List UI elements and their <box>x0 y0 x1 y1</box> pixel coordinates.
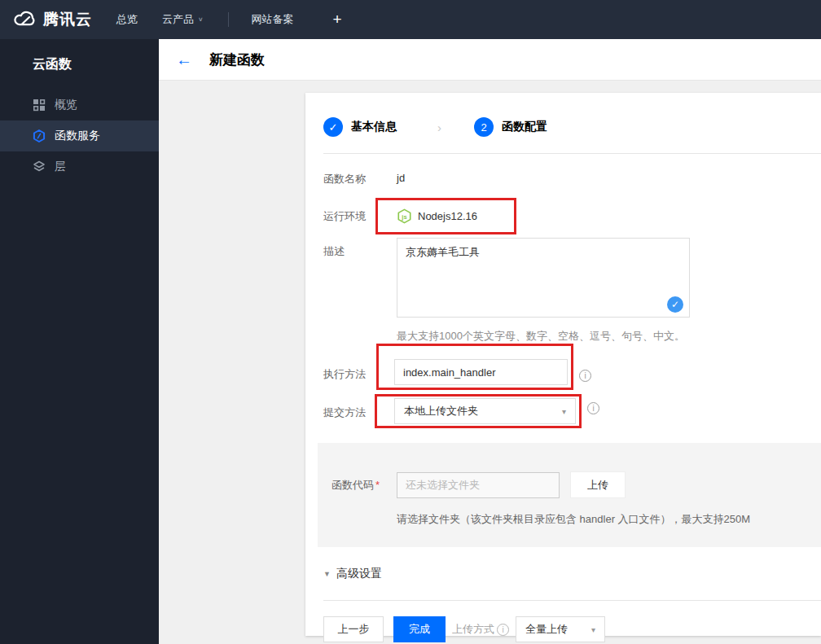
upload-button[interactable]: 上传 <box>570 471 626 498</box>
chevron-down-icon: ∨ <box>198 16 204 23</box>
nav-item-label: 云产品 <box>162 12 194 27</box>
folder-path-input[interactable] <box>397 472 560 498</box>
function-code-label: 函数代码* <box>331 478 397 493</box>
description-row: 描述 京东薅羊毛工具 ✓ <box>323 238 805 321</box>
handler-highlight-box <box>376 344 573 390</box>
svg-text:js: js <box>401 213 406 221</box>
add-tab-icon[interactable]: + <box>333 11 342 28</box>
description-label: 描述 <box>323 238 397 321</box>
nav-item-products[interactable]: 云产品 ∨ <box>162 12 204 27</box>
sidebar-item-label: 层 <box>55 160 66 174</box>
info-icon[interactable]: i <box>587 402 599 414</box>
function-code-row: 函数代码* 上传 <box>331 471 821 498</box>
description-hint: 最大支持1000个英文字母、数字、空格、逗号、句号、中文。 <box>397 329 805 344</box>
function-name-value: jd <box>397 172 405 186</box>
step1-label: 基本信息 <box>351 120 397 134</box>
upload-mode-select[interactable]: 全量上传 ▾ <box>516 616 605 642</box>
step-separator-icon: › <box>437 120 441 134</box>
cloud-logo-icon <box>11 11 36 28</box>
sidebar: 云函数 概览 函数服务 层 <box>0 39 159 644</box>
finish-button[interactable]: 完成 <box>393 616 446 642</box>
runtime-highlight-box: js Nodejs12.16 <box>375 198 516 234</box>
submit-method-value: 本地上传文件夹 <box>404 404 478 418</box>
function-code-label-text: 函数代码 <box>331 479 374 491</box>
layers-icon <box>33 160 46 173</box>
main-area: ← 新建函数 ✓ 基本信息 › 2 函数配置 函数名称 jd 运行 <box>159 39 821 644</box>
sidebar-item-label: 概览 <box>55 98 77 112</box>
previous-step-button[interactable]: 上一步 <box>323 616 384 642</box>
info-icon[interactable]: i <box>579 370 591 382</box>
steps-divider <box>323 153 821 154</box>
step2-label: 函数配置 <box>502 120 547 134</box>
nav-divider <box>228 12 229 27</box>
handler-row: 执行方法 i <box>323 344 805 390</box>
back-arrow-icon[interactable]: ← <box>176 51 192 68</box>
check-icon: ✓ <box>329 121 338 134</box>
footer-actions: 上一步 完成 上传方式 i 全量上传 ▾ <box>323 616 805 642</box>
sidebar-item-overview[interactable]: 概览 <box>0 90 159 120</box>
step1-done-icon: ✓ <box>323 117 343 137</box>
tencent-cloud-logo[interactable]: 腾讯云 <box>0 9 116 30</box>
step-indicator: ✓ 基本信息 › 2 函数配置 <box>323 93 805 137</box>
function-code-hint: 请选择文件夹（该文件夹根目录应包含 handler 入口文件），最大支持250M <box>397 512 821 527</box>
runtime-value: Nodejs12.16 <box>418 210 477 222</box>
description-wrap: 京东薅羊毛工具 ✓ <box>397 238 690 321</box>
triangle-down-icon: ▼ <box>323 570 331 578</box>
page-header: ← 新建函数 <box>159 39 821 81</box>
function-code-section: 函数代码* 上传 请选择文件夹（该文件夹根目录应包含 handler 入口文件）… <box>318 443 821 547</box>
runtime-row: 运行环境 js Nodejs12.16 <box>323 198 805 234</box>
sidebar-title: 云函数 <box>0 39 159 90</box>
handler-input[interactable] <box>394 359 568 385</box>
function-name-label: 函数名称 <box>323 172 397 186</box>
nav-item-overview[interactable]: 总览 <box>116 12 138 27</box>
required-mark: * <box>375 479 380 491</box>
sidebar-item-function-service[interactable]: 函数服务 <box>0 120 159 151</box>
info-icon[interactable]: i <box>497 624 509 636</box>
upload-mode-value: 全量上传 <box>525 622 568 637</box>
page-title: 新建函数 <box>209 50 265 69</box>
nodejs-icon: js <box>397 208 412 224</box>
submit-method-select[interactable]: 本地上传文件夹 ▾ <box>394 398 576 424</box>
submit-method-highlight-box: 本地上传文件夹 ▾ <box>375 394 582 428</box>
upload-mode-label: 上传方式 <box>452 622 494 637</box>
description-textarea[interactable]: 京东薅羊毛工具 <box>397 238 690 318</box>
submit-method-row: 提交方法 本地上传文件夹 ▾ i <box>323 394 805 428</box>
chevron-down-icon: ▾ <box>591 625 595 634</box>
nav-item-label: 网站备案 <box>252 12 294 27</box>
nav-item-label: 总览 <box>116 12 138 27</box>
grid-icon <box>33 99 46 112</box>
chevron-down-icon: ▾ <box>562 407 566 416</box>
sidebar-item-layers[interactable]: 层 <box>0 151 159 182</box>
function-name-row: 函数名称 jd <box>323 172 805 186</box>
brand-name: 腾讯云 <box>43 9 92 30</box>
scf-hexagon-icon <box>33 129 46 142</box>
sidebar-item-label: 函数服务 <box>55 129 100 143</box>
check-icon: ✓ <box>671 299 679 310</box>
footer-divider <box>323 600 821 601</box>
step2-number: 2 <box>474 117 494 137</box>
top-navbar: 腾讯云 总览 云产品 ∨ 网站备案 + <box>0 0 821 39</box>
nav-item-icp[interactable]: 网站备案 <box>252 12 294 27</box>
valid-check-badge: ✓ <box>667 296 683 313</box>
content-area: ✓ 基本信息 › 2 函数配置 函数名称 jd 运行环境 js <box>159 81 821 644</box>
create-function-card: ✓ 基本信息 › 2 函数配置 函数名称 jd 运行环境 js <box>305 93 821 636</box>
advanced-settings-label: 高级设置 <box>336 567 382 581</box>
advanced-settings-toggle[interactable]: ▼ 高级设置 <box>323 567 805 581</box>
upload-mode-label-group: 上传方式 i <box>452 622 509 637</box>
